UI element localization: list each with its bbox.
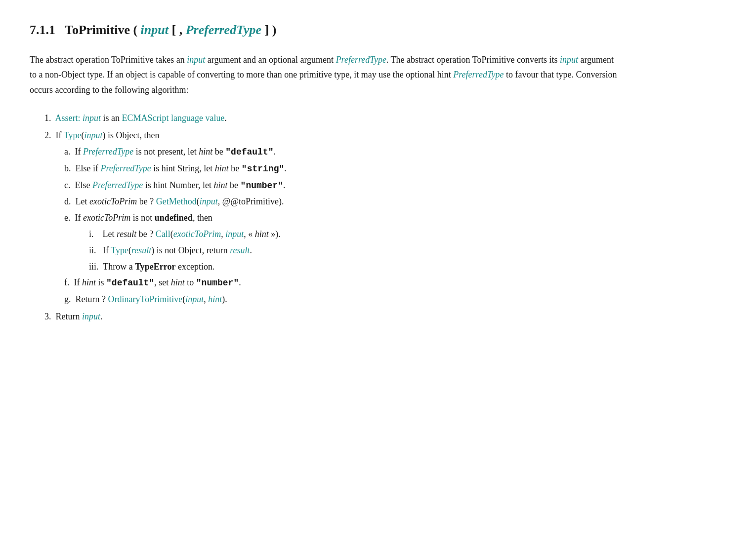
step-2eii-label: ii. — [89, 245, 101, 255]
step-2ei-call-link: Call — [156, 229, 170, 239]
step-2e-undefined: undefined — [155, 213, 193, 223]
step-2ei-result: result — [117, 229, 136, 239]
step-2c: c. Else PreferredType is hint Number, le… — [64, 178, 623, 193]
step-2d-getmethod-link: GetMethod — [156, 196, 197, 206]
step-2f-code-default: "default" — [106, 278, 154, 288]
step-2e-substeps: i. Let result be ? Call(exoticToPrim, in… — [89, 227, 623, 274]
step-2eii-type-link: Type — [111, 245, 128, 255]
step-2ei-input: input — [225, 229, 244, 239]
step-2d-exotic: exoticToPrim — [89, 196, 137, 206]
step-1-assert: Assert: — [55, 113, 81, 123]
step-2g-ordinary-link: OrdinaryToPrimitive — [108, 294, 182, 304]
step-2eii-result: result — [230, 245, 250, 255]
step-3: 3. Return input. — [44, 310, 623, 324]
step-2f-hint2: hint — [171, 277, 185, 287]
step-2a-code: "default" — [225, 147, 273, 157]
step-2e-label: e. — [64, 213, 73, 223]
step-2a-label: a. — [64, 147, 73, 157]
step-2-substeps: a. If PreferredType is not present, let … — [64, 145, 623, 307]
step-2d-input: input — [200, 196, 218, 206]
step-2d-label: d. — [64, 196, 73, 206]
step-2g-input: input — [185, 294, 204, 304]
section-heading: 7.1.1 ToPrimitive ( input [ , PreferredT… — [30, 20, 623, 40]
intro-preferred-type-2: PreferredType — [453, 70, 504, 79]
step-2a-hint: hint — [199, 147, 212, 157]
step-3-num: 3. — [44, 312, 53, 321]
step-2ei: i. Let result be ? Call(exoticToPrim, in… — [89, 227, 623, 241]
step-2a: a. If PreferredType is not present, let … — [64, 145, 623, 159]
step-2c-label: c. — [64, 180, 73, 190]
heading-input-param: input — [141, 23, 168, 37]
step-2eiii: iii. Throw a TypeError exception. — [89, 260, 623, 274]
step-2f-label: f. — [64, 277, 72, 287]
step-1: 1. Assert: input is an ECMAScript langua… — [44, 111, 623, 125]
step-2-input: input — [84, 130, 102, 140]
intro-input-2: input — [560, 55, 578, 65]
step-2g-label: g. — [64, 294, 73, 304]
step-2f: f. If hint is "default", set hint to "nu… — [64, 275, 623, 290]
step-2e-exotic: exoticToPrim — [83, 213, 130, 223]
step-2-type-link: Type — [64, 130, 82, 140]
step-1-text: is an — [103, 113, 122, 123]
step-2ei-hint: hint — [255, 229, 269, 239]
step-2b-preferred-type: PreferredType — [101, 163, 151, 173]
step-2eii-result-param: result — [131, 245, 151, 255]
step-2ei-params: exoticToPrim — [173, 229, 221, 239]
step-3-input: input — [82, 312, 100, 321]
step-1-ecma-link[interactable]: ECMAScript language value — [122, 113, 225, 123]
step-2: 2. If Type(input) is Object, then a. If … — [44, 128, 623, 307]
step-2e: e. If exoticToPrim is not undefined, the… — [64, 211, 623, 274]
step-2c-preferred-type: PreferredType — [92, 180, 143, 190]
step-2eiii-type-error: TypeError — [135, 262, 175, 272]
step-2a-preferred-type: PreferredType — [83, 147, 133, 157]
heading-preferred-type-param: PreferredType — [186, 23, 262, 37]
section-title: ToPrimitive ( input [ , PreferredType ] … — [65, 23, 276, 37]
step-1-input: input — [83, 113, 101, 123]
step-2b-code: "string" — [242, 164, 284, 174]
step-2eiii-label: iii. — [89, 262, 101, 272]
step-2b-label: b. — [64, 163, 73, 173]
step-2-text: If — [56, 130, 64, 140]
step-2ei-label: i. — [89, 229, 100, 239]
algorithm-list: 1. Assert: input is an ECMAScript langua… — [44, 111, 623, 323]
step-2d: d. Let exoticToPrim be ? GetMethod(input… — [64, 195, 623, 209]
step-2f-hint: hint — [82, 277, 96, 287]
intro-input-1: input — [187, 55, 205, 65]
step-2c-hint: hint — [214, 180, 228, 190]
step-2b-hint: hint — [215, 163, 229, 173]
step-2c-code: "number" — [241, 181, 283, 191]
section-number: 7.1.1 — [30, 23, 62, 37]
step-2eii: ii. If Type(result) is not Object, retur… — [89, 243, 623, 258]
step-1-num: 1. — [44, 113, 53, 123]
step-2g-hint: hint — [208, 294, 222, 304]
step-2f-code-number: "number" — [196, 278, 239, 288]
intro-paragraph: The abstract operation ToPrimitive takes… — [30, 52, 623, 98]
intro-preferred-type-1: PreferredType — [336, 55, 386, 65]
page-content: 7.1.1 ToPrimitive ( input [ , PreferredT… — [30, 20, 623, 324]
step-2g: g. Return ? OrdinaryToPrimitive(input, h… — [64, 292, 623, 307]
step-2-num: 2. — [44, 130, 53, 140]
step-2b: b. Else if PreferredType is hint String,… — [64, 161, 623, 176]
